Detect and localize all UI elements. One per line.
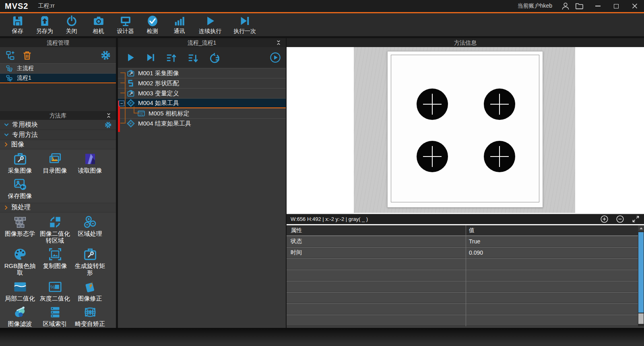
tree-connector <box>120 123 126 124</box>
flow-node-m004-endif[interactable]: IF M004 结束如果工具 <box>118 118 286 128</box>
minimize-button[interactable] <box>588 0 607 12</box>
save-as-button[interactable]: 另存为 <box>31 13 58 36</box>
loop-flow-icon[interactable] <box>209 52 221 63</box>
designer-button[interactable]: 设计器 <box>112 13 139 36</box>
image-viewer-canvas[interactable] <box>287 47 644 213</box>
run-once-button[interactable]: 执行一次 <box>227 13 262 36</box>
run-continuous-button[interactable]: 连续执行 <box>193 13 227 36</box>
close-project-button[interactable]: 关闭 <box>58 13 85 36</box>
zoom-in-icon[interactable] <box>600 215 609 223</box>
table-row[interactable] <box>287 258 644 270</box>
tree-connector <box>125 73 126 124</box>
category-preprocess[interactable]: 预处理 <box>0 203 116 212</box>
table-row[interactable] <box>287 281 644 292</box>
preprocess-method-grid: 图像形态学 图像二值化转区域 区域处理 RGB颜色抽取 复制图像 生成旋转矩形 … <box>0 212 116 328</box>
lib-item[interactable]: RGB颜色抽取 <box>2 246 37 276</box>
gray-binarize-icon: % <box>48 280 62 294</box>
lib-item[interactable]: 图像二值化转区域 <box>37 214 72 244</box>
group-common-modules[interactable]: 常用模块 <box>0 120 116 130</box>
close-button[interactable] <box>625 0 644 12</box>
column-divider <box>466 225 466 326</box>
flow-node-m005[interactable]: (X) M005 相机标定 <box>118 108 286 118</box>
lib-item[interactable]: 复制图像 <box>37 246 72 276</box>
user-icon[interactable] <box>561 2 570 10</box>
folder-icon[interactable] <box>575 2 584 10</box>
maximize-button[interactable] <box>607 0 625 12</box>
collapse-node-toggle[interactable]: − <box>119 101 124 106</box>
image-correct-icon <box>83 280 97 294</box>
move-down-icon[interactable] <box>187 52 199 63</box>
collapse-panel-icon[interactable] <box>275 39 282 46</box>
endif-tool-icon: IF <box>127 119 135 128</box>
communication-button[interactable]: 通讯 <box>166 13 193 36</box>
detect-button[interactable]: 检测 <box>139 13 166 36</box>
step-flow-icon[interactable] <box>145 52 156 63</box>
svg-text:IF: IF <box>130 101 132 104</box>
save-image-icon <box>13 177 27 192</box>
flow-node-m003[interactable]: M003 变量定义 <box>118 88 286 98</box>
table-row[interactable] <box>287 315 644 326</box>
tree-connector <box>134 107 134 113</box>
flow-node-tree: M001 采集图像 M002 形状匹配 M003 变量定义 − IF M004 … <box>118 68 286 328</box>
title-bar: MVS2 工程:rr 当前账户hkeb <box>0 0 644 12</box>
scroll-up-arrow[interactable] <box>638 225 644 231</box>
library-gear-icon[interactable] <box>104 121 112 129</box>
calibration-dot <box>484 141 515 172</box>
flow-node-m002[interactable]: M002 形状匹配 <box>118 78 286 88</box>
table-row[interactable] <box>287 270 644 281</box>
capture-image-icon <box>13 152 27 166</box>
camera-icon <box>93 15 105 27</box>
flow-edit-panel: 流程_流程1 <box>118 38 286 328</box>
directory-image-icon <box>48 152 62 166</box>
table-row[interactable] <box>287 292 644 303</box>
table-row[interactable]: 状态True <box>287 236 644 247</box>
tree-connector <box>120 82 126 83</box>
group-dedicated-methods[interactable]: 专用方法 <box>0 130 116 140</box>
run-selected-icon[interactable] <box>270 52 281 63</box>
move-up-icon[interactable] <box>165 52 178 63</box>
delete-flow-icon[interactable] <box>22 50 33 61</box>
lib-item[interactable]: 采集图像 <box>2 151 37 174</box>
lib-item[interactable]: 区域索引 <box>37 304 72 327</box>
briefcase-icon <box>127 89 135 97</box>
add-flow-icon[interactable] <box>5 50 16 61</box>
lib-item[interactable]: 生成旋转矩形 <box>72 246 107 276</box>
flow-item-main[interactable]: 主流程 <box>0 63 116 73</box>
binarize-to-region-icon <box>48 215 62 229</box>
lib-item[interactable]: 区域处理 <box>72 214 107 244</box>
if-tool-icon: IF <box>127 99 135 107</box>
table-row[interactable] <box>287 303 644 315</box>
save-icon <box>12 15 24 27</box>
table-scrollbar[interactable] <box>638 225 644 326</box>
camera-calibration-icon: (X) <box>137 109 145 117</box>
fit-view-icon[interactable] <box>632 215 640 223</box>
camera-button[interactable]: 相机 <box>85 13 112 36</box>
lib-item[interactable]: %灰度二值化 <box>37 279 72 302</box>
lib-item[interactable]: 图像修正 <box>72 279 107 302</box>
lib-item[interactable]: 局部二值化 <box>2 279 37 302</box>
app-window: MVS2 工程:rr 当前账户hkeb 保存 另存为 关闭 相机 设计器 检测 … <box>0 0 644 346</box>
lib-item[interactable]: 读取图像 <box>72 151 107 174</box>
run-flow-icon[interactable] <box>125 52 136 63</box>
lib-item[interactable]: 目录图像 <box>37 151 72 174</box>
flow-toolbar <box>118 47 286 68</box>
zoom-out-icon[interactable] <box>616 215 624 223</box>
flow-settings-gear-icon[interactable] <box>100 50 111 61</box>
scrollbar-thumb[interactable] <box>638 232 644 313</box>
read-image-icon <box>83 152 97 166</box>
power-icon <box>66 15 78 27</box>
flow-node-m001[interactable]: M001 采集图像 <box>118 68 286 78</box>
collapse-panel-icon[interactable] <box>105 112 112 119</box>
local-binarize-icon <box>13 280 27 294</box>
region-index-icon <box>48 305 62 319</box>
calibration-dot <box>417 141 448 172</box>
lib-item[interactable]: 畸变自矫正 <box>72 304 107 327</box>
lib-item[interactable]: 图像形态学 <box>2 214 37 244</box>
save-button[interactable]: 保存 <box>4 13 31 36</box>
flow-node-m004-if[interactable]: − IF M004 如果工具 <box>118 98 286 108</box>
lib-item[interactable]: 保存图像 <box>2 176 37 199</box>
table-row[interactable]: 时间0.090 <box>287 247 644 258</box>
flow-item-flow1[interactable]: 流程1 <box>0 73 116 83</box>
category-image[interactable]: 图像 <box>0 140 116 149</box>
lib-item[interactable]: 图像滤波 <box>2 304 37 327</box>
